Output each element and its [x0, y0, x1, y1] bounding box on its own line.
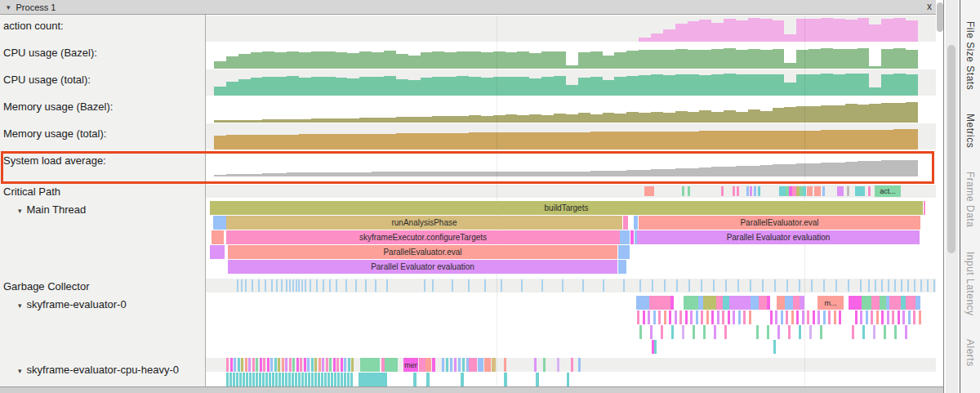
tab-file-size-stats[interactable]: File Size Stats	[964, 21, 976, 90]
trace-tick	[301, 373, 304, 386]
tab-alerts[interactable]: Alerts	[964, 339, 976, 367]
trace-tick	[728, 310, 730, 324]
trace-slice[interactable]: ParallelEvaluator.eval	[639, 216, 920, 230]
trace-tick[interactable]	[360, 358, 380, 372]
trace-tick[interactable]	[793, 296, 800, 310]
trace-tick[interactable]	[729, 296, 751, 310]
trace-tick[interactable]	[837, 186, 844, 196]
collapse-arrow-icon[interactable]: ▾	[18, 207, 22, 215]
trace-tick[interactable]	[359, 373, 387, 386]
counter-track-cpu-usage-total[interactable]	[214, 70, 918, 96]
trace-tick	[688, 186, 690, 196]
trace-slice[interactable]: ParallelEvaluator.eval	[228, 245, 617, 259]
section-label-skyframe-evaluator-cpu-heavy-0[interactable]: ▾skyframe-evaluator-cpu-heavy-0	[18, 364, 179, 376]
trace-tick[interactable]	[889, 296, 901, 310]
trace-tick[interactable]	[814, 186, 821, 196]
collapse-arrow-icon[interactable]: ▾	[18, 367, 22, 375]
trace-tick[interactable]	[620, 230, 630, 244]
tab-input-latency[interactable]: Input Latency	[964, 252, 976, 316]
trace-tick[interactable]	[723, 296, 729, 310]
trace-tick[interactable]	[849, 296, 862, 310]
trace-tick[interactable]	[636, 296, 649, 310]
trace-tick[interactable]	[855, 186, 865, 196]
counter-bar	[541, 172, 554, 176]
counter-track-memory-usage-bazel[interactable]	[214, 97, 918, 123]
trace-tick	[809, 325, 812, 339]
trace-slice[interactable]: buildTargets	[210, 201, 923, 215]
counter-bar	[408, 56, 421, 69]
counter-track-system-load-average[interactable]	[214, 151, 918, 176]
trace-tick[interactable]	[716, 296, 723, 310]
trace-tick[interactable]	[807, 186, 813, 196]
trace-tick[interactable]	[644, 186, 654, 196]
counter-track-action-count[interactable]	[214, 16, 918, 42]
trace-slice[interactable]: Parallel Evaluator evaluation	[228, 260, 617, 274]
trace-tick[interactable]	[478, 358, 483, 372]
counter-bar	[578, 113, 590, 123]
trace-tick[interactable]	[469, 358, 477, 372]
close-icon[interactable]: x	[927, 1, 932, 12]
counter-bar	[384, 172, 396, 176]
trace-tick[interactable]	[212, 230, 224, 244]
trace-tick[interactable]	[751, 296, 759, 310]
horizontal-scrollbar[interactable]	[0, 386, 944, 393]
collapse-arrow-icon[interactable]: ▾	[18, 301, 22, 310]
trace-tick	[924, 201, 925, 215]
counter-bar	[614, 171, 626, 176]
trace-tick[interactable]	[759, 296, 767, 310]
timeline-chart-area[interactable]: act...buildTargetsrunAnalysisPhaseParall…	[206, 15, 944, 386]
trace-tick	[501, 279, 502, 292]
trace-tick[interactable]	[618, 245, 630, 259]
counter-bar	[688, 21, 700, 42]
trace-tick	[653, 310, 656, 324]
trace-tick[interactable]	[618, 260, 626, 274]
counter-bar	[821, 18, 833, 42]
counter-bar	[421, 52, 433, 69]
trace-tick	[276, 279, 278, 292]
trace-tick	[682, 325, 684, 339]
trace-tick	[289, 279, 291, 292]
trace-tick	[871, 310, 873, 324]
counter-bar	[833, 19, 845, 42]
trace-tick[interactable]	[703, 296, 716, 310]
trace-tick[interactable]	[785, 296, 793, 310]
trace-tick[interactable]	[880, 296, 886, 310]
counter-bar	[784, 83, 796, 96]
trace-tick[interactable]	[906, 296, 915, 310]
counter-track-memory-usage-total[interactable]	[214, 124, 918, 150]
trace-tick[interactable]	[210, 245, 225, 259]
counter-bar	[311, 172, 323, 176]
counter-bar	[590, 132, 603, 150]
page-scrollbar-thumb[interactable]	[947, 45, 956, 253]
trace-tick[interactable]	[425, 358, 431, 372]
trace-tick[interactable]	[419, 358, 425, 372]
counter-bar	[893, 160, 906, 176]
trace-tick[interactable]	[777, 296, 785, 310]
vertical-scrollbar-thumb[interactable]	[937, 2, 943, 32]
section-label-main-thread[interactable]: ▾Main Thread	[18, 203, 86, 216]
tab-metrics[interactable]: Metrics	[964, 114, 976, 148]
trace-slice[interactable]: skyframeExecutor.configureTargets	[226, 230, 620, 244]
section-label-skyframe-evaluator-0[interactable]: ▾skyframe-evaluator-0	[18, 298, 127, 310]
trace-tick[interactable]	[779, 186, 786, 196]
trace-tick[interactable]	[385, 358, 398, 372]
trace-slice[interactable]: Parallel Evaluator evaluation	[637, 230, 920, 244]
trace-slice[interactable]: runAnalysisPhase	[226, 216, 622, 230]
tab-frame-data[interactable]: Frame Data	[964, 172, 976, 227]
trace-tick	[679, 310, 682, 324]
trace-slice[interactable]: mer	[403, 358, 418, 372]
counter-bar	[748, 131, 760, 150]
trace-tick[interactable]	[862, 296, 871, 310]
trace-tick[interactable]	[213, 216, 226, 230]
track-label: Memory usage (total):	[3, 127, 106, 140]
trace-tick[interactable]	[649, 296, 670, 310]
trace-tick[interactable]	[871, 296, 880, 310]
trace-slice[interactable]: act...	[875, 185, 901, 197]
trace-slice[interactable]: m...	[817, 296, 844, 310]
trace-tick	[743, 310, 746, 324]
trace-tick	[571, 358, 573, 372]
collapse-arrow-icon[interactable]: ▾	[7, 3, 11, 11]
trace-tick[interactable]	[684, 296, 698, 310]
trace-tick[interactable]	[484, 358, 491, 372]
counter-track-cpu-usage-bazel[interactable]	[214, 43, 918, 69]
